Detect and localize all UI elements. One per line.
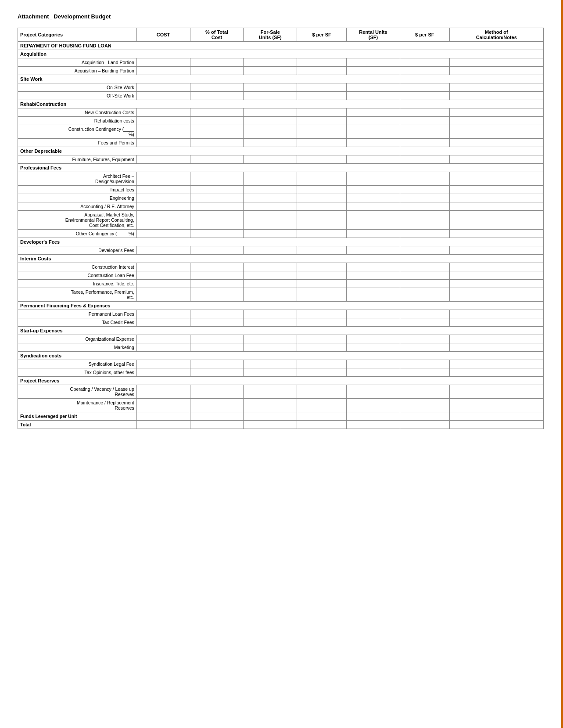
table-row: Appraisal, Market Study,Environmental Re… bbox=[18, 211, 544, 230]
table-row: Developer's Fees bbox=[18, 238, 544, 246]
table-row: Syndication costs bbox=[18, 352, 544, 360]
table-row: Other Contingency (____ %) bbox=[18, 230, 544, 238]
table-row: Accounting / R.E. Attorney bbox=[18, 202, 544, 211]
table-row: New Construction Costs bbox=[18, 108, 544, 117]
table-row: Acquisition – Building Portion bbox=[18, 67, 544, 75]
table-row: Interim Costs bbox=[18, 255, 544, 263]
page: Attachment_ Development Budget Project C… bbox=[0, 0, 563, 728]
table-row: Engineering bbox=[18, 194, 544, 202]
table-row: Syndication Legal Fee bbox=[18, 360, 544, 368]
header-method: Method ofCalculation/Notes bbox=[449, 28, 543, 42]
table-row: Rehab/Construction bbox=[18, 100, 544, 108]
table-row: Construction Loan Fee bbox=[18, 271, 544, 280]
budget-table: Project Categories COST % of TotalCost F… bbox=[18, 28, 544, 429]
table-row: Architect Fee –Design/supervision bbox=[18, 172, 544, 186]
header-pct: % of TotalCost bbox=[190, 28, 244, 42]
table-row: Start-up Expenses bbox=[18, 327, 544, 335]
table-row: Construction Contingency (____%) bbox=[18, 125, 544, 139]
table-row: Permanent Financing Fees & Expenses bbox=[18, 302, 544, 310]
table-row: Organizational Expense bbox=[18, 335, 544, 343]
header-forsale: For-SaleUnits (SF) bbox=[244, 28, 297, 42]
header-cost: COST bbox=[136, 28, 190, 42]
table-row: Acquisition bbox=[18, 50, 544, 58]
table-row: Developer's Fees bbox=[18, 246, 544, 255]
table-row: Fees and Permits bbox=[18, 139, 544, 147]
table-row: Furniture, Fixtures, Equipment bbox=[18, 155, 544, 164]
table-row: On-Site Work bbox=[18, 83, 544, 92]
table-row: Project Reserves bbox=[18, 377, 544, 385]
table-row: Insurance, Title, etc. bbox=[18, 280, 544, 288]
page-title: Attachment_ Development Budget bbox=[18, 13, 544, 20]
table-row: Acquisition - Land Portion bbox=[18, 58, 544, 67]
table-row: Site Work bbox=[18, 75, 544, 83]
header-persf2: $ per SF bbox=[400, 28, 449, 42]
header-rental: Rental Units(SF) bbox=[347, 28, 400, 42]
table-row: Funds Leveraged per Unit bbox=[18, 412, 544, 421]
table-row: Off-Site Work bbox=[18, 92, 544, 100]
header-category: Project Categories bbox=[18, 28, 137, 42]
table-row: Tax Credit Fees bbox=[18, 318, 544, 327]
table-row: Total bbox=[18, 421, 544, 429]
table-row: Construction Interest bbox=[18, 263, 544, 271]
table-row: Marketing bbox=[18, 343, 544, 352]
table-row: Permanent Loan Fees bbox=[18, 310, 544, 318]
table-row: Taxes, Performance, Premium,etc. bbox=[18, 288, 544, 302]
table-row: Tax Opinions, other fees bbox=[18, 368, 544, 377]
table-row: Impact fees bbox=[18, 186, 544, 194]
table-row: REPAYMENT OF HOUSING FUND LOAN bbox=[18, 42, 544, 50]
table-row: Rehabilitation costs bbox=[18, 117, 544, 125]
table-row: Operating / Vacancy / Lease upReserves bbox=[18, 385, 544, 399]
table-row: Other Depreciable bbox=[18, 147, 544, 155]
header-persf1: $ per SF bbox=[297, 28, 347, 42]
table-row: Maintenance / ReplacementReserves bbox=[18, 399, 544, 412]
table-row: Professional Fees bbox=[18, 164, 544, 172]
header-row: Project Categories COST % of TotalCost F… bbox=[18, 28, 544, 42]
